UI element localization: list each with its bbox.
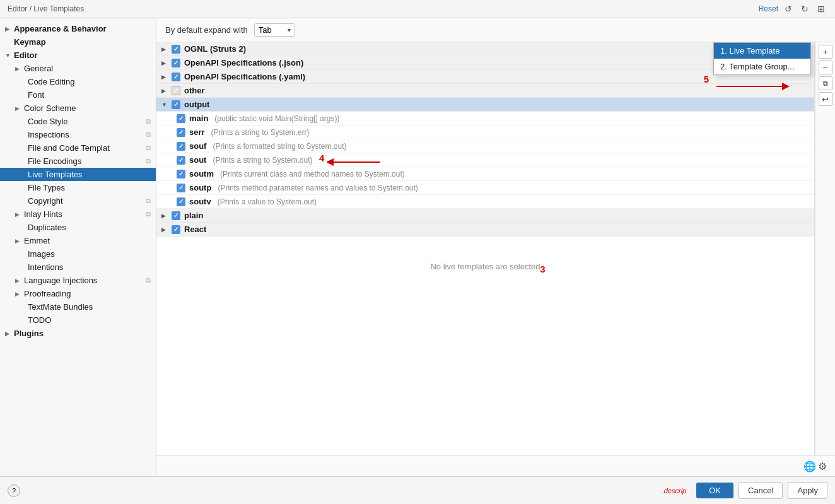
sidebar-item-plugins[interactable]: ▶ Plugins xyxy=(0,327,156,340)
template-item-soutv[interactable]: soutv (Prints a value to System.out) xyxy=(156,195,814,209)
serr-checkbox[interactable] xyxy=(177,128,185,137)
sidebar-item-textmate[interactable]: TextMate Bundles xyxy=(0,300,156,314)
apply-button[interactable]: Apply xyxy=(788,482,827,499)
gear-icon[interactable]: ⚙ xyxy=(816,460,829,472)
dropdown-item-live-template[interactable]: 1. Live Template xyxy=(714,43,810,59)
revert-button[interactable]: ↩ xyxy=(819,92,832,106)
soutv-checkbox[interactable] xyxy=(177,197,185,206)
sidebar-item-live-templates[interactable]: Live Templates xyxy=(0,168,156,181)
sidebar-item-code-editing[interactable]: Code Editing xyxy=(0,75,156,88)
sidebar-item-copyright[interactable]: Copyright ⧉ xyxy=(0,194,156,208)
soutv-name: soutv xyxy=(189,197,211,206)
sidebar-item-intentions[interactable]: Intentions xyxy=(0,261,156,274)
sidebar-item-code-style[interactable]: Code Style ⧉ xyxy=(0,115,156,128)
ognl-checkbox[interactable] xyxy=(172,45,180,54)
lang-inject-arrow-icon: ▶ xyxy=(15,278,21,284)
sidebar: ▶ Appearance & Behavior Keymap ▼ Editor … xyxy=(0,18,156,476)
openapi-json-checkbox[interactable] xyxy=(172,59,180,67)
template-item-soutm[interactable]: soutm (Prints current class and method n… xyxy=(156,167,814,181)
copy-icon: ⧉ xyxy=(146,131,151,139)
soutp-checkbox[interactable] xyxy=(177,184,185,192)
plain-arrow-icon xyxy=(161,213,168,219)
main-checkbox[interactable] xyxy=(177,114,185,123)
other-checkbox[interactable] xyxy=(172,86,180,95)
dropdown-item-template-group[interactable]: 2. Template Group... xyxy=(714,59,810,74)
color-scheme-arrow-icon: ▶ xyxy=(15,105,21,112)
souf-checkbox[interactable] xyxy=(177,142,185,151)
sidebar-item-inlay-hints[interactable]: ▶ Inlay Hints ⧉ xyxy=(0,208,156,221)
sidebar-item-label: Appearance & Behavior xyxy=(14,24,107,33)
sidebar-item-keymap[interactable]: Keymap xyxy=(0,35,156,49)
openapi-json-label: OpenAPI Specifications (.json) xyxy=(184,58,303,67)
openapi-yaml-checkbox[interactable] xyxy=(172,73,180,81)
template-item-soutp[interactable]: soutp (Prints method parameter names and… xyxy=(156,181,814,195)
sidebar-item-label: Emmet xyxy=(24,236,50,245)
serr-desc: (Prints a string to System.err) xyxy=(211,128,310,137)
sidebar-item-language-injections[interactable]: ▶ Language Injections ⧉ xyxy=(0,274,156,287)
plain-checkbox[interactable] xyxy=(172,211,180,220)
add-dropdown: 1. Live Template 2. Template Group... xyxy=(713,42,811,75)
bottom-left: ? .descrip xyxy=(8,484,686,497)
sout-checkbox[interactable] xyxy=(177,156,185,165)
template-group-output[interactable]: output xyxy=(156,98,814,112)
reset-button[interactable]: Reset xyxy=(759,4,778,13)
sidebar-item-label: Duplicates xyxy=(28,223,66,232)
sidebar-item-duplicates[interactable]: Duplicates xyxy=(0,221,156,234)
remove-button[interactable]: − xyxy=(819,61,832,74)
soutm-checkbox[interactable] xyxy=(177,170,185,179)
undo-icon[interactable]: ↺ xyxy=(782,3,795,15)
soutp-desc: (Prints method parameter names and value… xyxy=(218,184,418,192)
sidebar-item-todo[interactable]: TODO xyxy=(0,314,156,327)
plain-label: plain xyxy=(184,211,203,220)
other-arrow-icon xyxy=(161,88,168,94)
sidebar-item-label: Keymap xyxy=(14,37,46,47)
sidebar-item-editor[interactable]: ▼ Editor xyxy=(0,49,156,62)
sidebar-item-label: TextMate Bundles xyxy=(28,302,93,312)
globe-icon[interactable]: 🌐 xyxy=(803,460,816,472)
expand-select-wrapper[interactable]: Tab Enter Space xyxy=(254,23,295,37)
template-item-souf[interactable]: souf (Prints a formatted string to Syste… xyxy=(156,139,814,153)
sidebar-item-emmet[interactable]: ▶ Emmet xyxy=(0,234,156,247)
sidebar-item-appearance[interactable]: ▶ Appearance & Behavior xyxy=(0,22,156,35)
sidebar-item-font[interactable]: Font xyxy=(0,88,156,102)
partial-text: .descrip xyxy=(662,487,687,495)
sidebar-item-label: Code Style xyxy=(28,117,68,126)
content-area: OGNL (Struts 2) OpenAPI Specifications (… xyxy=(156,42,835,455)
expand-label: By default expand with xyxy=(165,25,248,35)
grid-icon[interactable]: ⊞ xyxy=(815,3,827,15)
sidebar-item-file-code-templates[interactable]: File and Code Templat ⧉ xyxy=(0,141,156,155)
template-group-react[interactable]: React xyxy=(156,223,814,237)
main-layout: ▶ Appearance & Behavior Keymap ▼ Editor … xyxy=(0,18,835,476)
general-arrow-icon: ▶ xyxy=(15,66,21,72)
template-group-other[interactable]: other xyxy=(156,84,814,98)
sidebar-item-general[interactable]: ▶ General xyxy=(0,62,156,75)
react-checkbox[interactable] xyxy=(172,225,180,234)
output-label: output xyxy=(184,100,209,109)
sidebar-item-images[interactable]: Images xyxy=(0,247,156,261)
sidebar-item-label: File Types xyxy=(28,183,65,192)
sidebar-item-label: Language Injections xyxy=(24,276,97,285)
cancel-button[interactable]: Cancel xyxy=(739,482,783,499)
sidebar-item-inspections[interactable]: Inspections ⧉ xyxy=(0,128,156,141)
template-item-sout[interactable]: sout (Prints a string to System.out) xyxy=(156,153,814,167)
ok-button[interactable]: OK xyxy=(696,483,733,498)
sidebar-item-file-types[interactable]: File Types xyxy=(0,181,156,194)
sidebar-item-label: Inlay Hints xyxy=(24,209,62,219)
copy-button[interactable]: ⧉ xyxy=(819,76,832,90)
output-checkbox[interactable] xyxy=(172,100,180,109)
expand-select[interactable]: Tab Enter Space xyxy=(254,23,295,37)
sidebar-item-file-encodings[interactable]: File Encodings ⧉ xyxy=(0,155,156,168)
help-button[interactable]: ? xyxy=(8,484,20,497)
sidebar-item-color-scheme[interactable]: ▶ Color Scheme xyxy=(0,102,156,115)
detail-bottom-row: 🌐 ⚙ xyxy=(156,455,835,476)
redo-icon[interactable]: ↻ xyxy=(798,3,811,15)
sidebar-item-label: Inspections xyxy=(28,130,69,139)
add-button[interactable]: + xyxy=(819,45,832,59)
sidebar-item-proofreading[interactable]: ▶ Proofreading xyxy=(0,287,156,300)
sidebar-item-label: Copyright xyxy=(28,196,63,206)
sidebar-item-label: Proofreading xyxy=(24,289,71,298)
sout-name: sout xyxy=(189,155,206,165)
template-group-plain[interactable]: plain xyxy=(156,209,814,223)
template-item-serr[interactable]: serr (Prints a string to System.err) xyxy=(156,126,814,139)
template-item-main[interactable]: main (public static void Main(String[] a… xyxy=(156,112,814,126)
